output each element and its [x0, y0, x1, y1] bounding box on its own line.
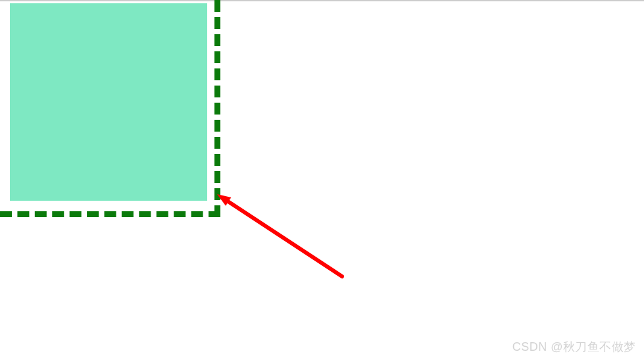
watermark-text: CSDN @秋刀鱼不做梦	[512, 339, 636, 355]
svg-line-1	[227, 201, 342, 276]
filled-inner-box	[10, 3, 207, 201]
